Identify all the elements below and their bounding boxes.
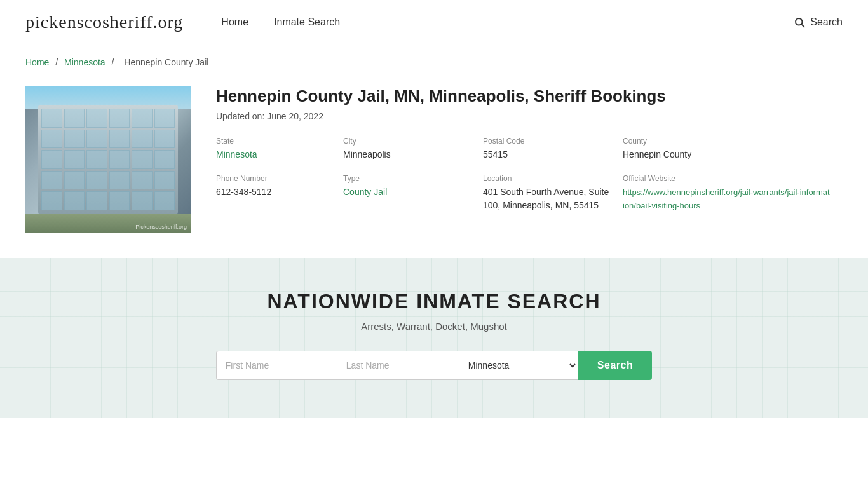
facility-details-grid: State Minnesota City Minneapolis Postal … [216, 137, 843, 212]
search-icon [794, 17, 805, 28]
breadcrumb: Home / Minnesota / Hennepin County Jail [0, 44, 868, 74]
info-type: Type County Jail [343, 174, 483, 212]
info-county: County Hennepin County [623, 137, 843, 161]
type-value: County Jail [343, 186, 470, 199]
main-nav: Home Inmate Search [221, 17, 794, 28]
state-select[interactable]: AlabamaAlaskaArizonaArkansasCaliforniaCo… [458, 351, 578, 380]
breadcrumb-state[interactable]: Minnesota [64, 57, 105, 67]
info-city: City Minneapolis [343, 137, 483, 161]
nationwide-search-section: NATIONWIDE INMATE SEARCH Arrests, Warran… [0, 258, 868, 418]
site-logo[interactable]: pickenscosheriff.org [25, 12, 183, 32]
breadcrumb-current: Hennepin County Jail [124, 57, 208, 67]
type-label: Type [343, 174, 470, 183]
facility-updated: Updated on: June 20, 2022 [216, 111, 843, 121]
county-value: Hennepin County [623, 148, 830, 161]
nav-inmate-search[interactable]: Inmate Search [274, 17, 340, 28]
facility-image: Pickenscosheriff.org [25, 86, 191, 233]
info-website: Official Website https://www.hennepinshe… [623, 174, 843, 212]
phone-label: Phone Number [216, 174, 330, 183]
type-link[interactable]: County Jail [343, 187, 387, 197]
svg-line-1 [802, 24, 804, 27]
state-label: State [216, 137, 330, 146]
state-value: Minnesota [216, 148, 330, 161]
phone-value: 612-348-5112 [216, 186, 330, 199]
breadcrumb-home[interactable]: Home [25, 57, 49, 67]
search-section-subtitle: Arrests, Warrant, Docket, Mugshot [25, 321, 843, 332]
location-value: 401 South Fourth Avenue, Suite 100, Minn… [483, 186, 610, 212]
last-name-input[interactable] [337, 351, 458, 380]
header-search-button[interactable]: Search [794, 17, 843, 28]
state-link[interactable]: Minnesota [216, 149, 257, 159]
city-label: City [343, 137, 470, 146]
location-label: Location [483, 174, 610, 183]
facility-info: Hennepin County Jail, MN, Minneapolis, S… [216, 86, 843, 233]
info-location: Location 401 South Fourth Avenue, Suite … [483, 174, 623, 212]
county-label: County [623, 137, 830, 146]
main-content: Pickenscosheriff.org Hennepin County Jai… [0, 74, 868, 258]
site-header: pickenscosheriff.org Home Inmate Search … [0, 0, 868, 44]
info-postal: Postal Code 55415 [483, 137, 623, 161]
header-search-label: Search [810, 17, 843, 28]
nav-home[interactable]: Home [221, 17, 248, 28]
search-button[interactable]: Search [578, 351, 652, 380]
first-name-input[interactable] [216, 351, 337, 380]
website-link[interactable]: https://www.hennepinsheriff.org/jail-war… [623, 187, 830, 210]
search-section-title: NATIONWIDE INMATE SEARCH [25, 290, 843, 313]
website-label: Official Website [623, 174, 830, 183]
postal-label: Postal Code [483, 137, 610, 146]
info-phone: Phone Number 612-348-5112 [216, 174, 343, 212]
city-value: Minneapolis [343, 148, 470, 161]
search-form: AlabamaAlaskaArizonaArkansasCaliforniaCo… [193, 351, 675, 380]
breadcrumb-sep1: / [55, 57, 60, 67]
postal-value: 55415 [483, 148, 610, 161]
breadcrumb-sep2: / [112, 57, 117, 67]
website-value: https://www.hennepinsheriff.org/jail-war… [623, 186, 830, 212]
info-state: State Minnesota [216, 137, 343, 161]
facility-title: Hennepin County Jail, MN, Minneapolis, S… [216, 86, 843, 106]
